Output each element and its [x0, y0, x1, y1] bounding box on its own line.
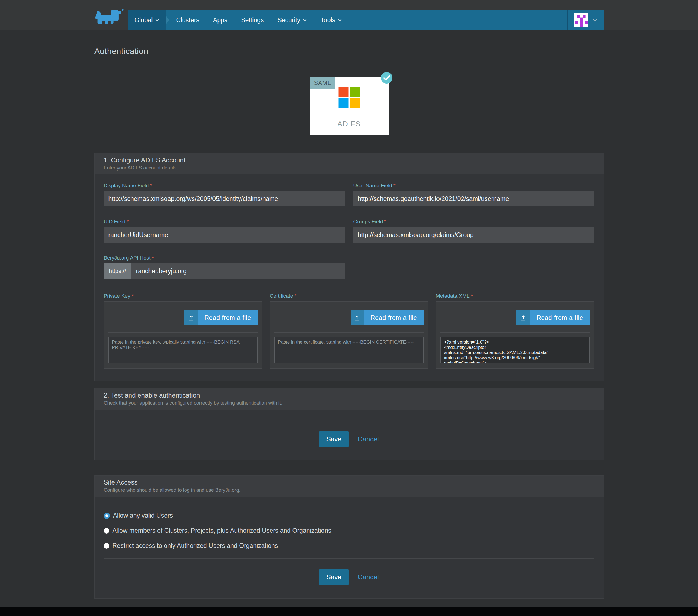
user-name-field-input[interactable] [353, 191, 595, 207]
required-marker: * [294, 293, 296, 299]
nav-item-settings[interactable]: Settings [234, 10, 270, 30]
nav-item-label: Tools [320, 16, 335, 24]
section2-subtitle: Check that your application is configure… [104, 400, 595, 406]
certificate-textarea[interactable] [274, 337, 424, 363]
nav-item-tools[interactable]: Tools [313, 10, 349, 30]
required-marker: * [384, 219, 386, 225]
nav-item-security[interactable]: Security [270, 10, 313, 30]
upload-divider [274, 332, 424, 333]
private-key-textarea[interactable] [109, 337, 258, 363]
cancel-link[interactable]: Cancel [358, 435, 379, 443]
field-api-host: BeryJu.org API Host* https:// [104, 255, 345, 279]
upload-grid: Private Key* Read from a file [104, 293, 595, 368]
nav-item-label: Apps [213, 16, 227, 24]
upload-divider [109, 332, 258, 333]
rancher-app: Global Clusters Apps Settings Security T… [0, 0, 698, 616]
chevron-down-icon [155, 19, 159, 22]
metadata-xml-box: Read from a file <?xml version="1.0"?> <… [436, 302, 594, 368]
nav-item-label: Settings [241, 16, 264, 24]
user-avatar [574, 13, 588, 27]
field-label: BeryJu.org API Host* [104, 255, 345, 261]
site-access-subtitle: Configure who should be allowed to log i… [104, 487, 595, 493]
section1-subtitle: Enter your AD FS account details [104, 165, 595, 171]
section-site-access: Site Access Configure who should be allo… [95, 475, 604, 599]
chevron-down-icon [338, 19, 342, 22]
field-label: Groups Field* [353, 219, 595, 225]
radio-unselected-icon[interactable] [104, 528, 109, 534]
certificate-column: Certificate* Read from a file [270, 293, 428, 368]
nav-item-label: Global [135, 16, 153, 24]
api-host-input-group: https:// [104, 263, 345, 279]
navbar-spacer [349, 10, 568, 30]
provider-name: AD FS [310, 120, 389, 128]
field-label: Display Name Field* [104, 183, 345, 188]
radio-label: Allow any valid Users [113, 512, 173, 519]
active-nav-arrow [166, 16, 169, 24]
section1-title: 1. Configure AD FS Account [104, 156, 595, 164]
provider-card-adfs[interactable]: SAML AD FS [310, 77, 389, 135]
radio-restrict-access[interactable]: Restrict access to only Authorized Users… [104, 542, 595, 549]
metadata-read-file-button[interactable]: Read from a file [516, 310, 589, 325]
field-label: UID Field* [104, 219, 345, 225]
section1-body: Display Name Field* User Name Field* UID… [95, 174, 603, 381]
radio-allow-any-valid-users[interactable]: Allow any valid Users [104, 512, 595, 519]
nav-item-apps[interactable]: Apps [206, 10, 234, 30]
required-marker: * [393, 183, 395, 188]
field-display-name: Display Name Field* [104, 183, 345, 207]
section2-header: 2. Test and enable authentication Check … [95, 389, 603, 409]
display-name-field-input[interactable] [104, 191, 345, 207]
private-key-read-file-button[interactable]: Read from a file [184, 310, 257, 325]
section1-header: 1. Configure AD FS Account Enter your AD… [95, 153, 603, 174]
nav-item-clusters[interactable]: Clusters [169, 10, 206, 30]
field-label: User Name Field* [353, 183, 595, 188]
certificate-read-file-button[interactable]: Read from a file [350, 310, 424, 325]
site-access-title: Site Access [104, 479, 595, 486]
field-uid: UID Field* [104, 219, 345, 242]
groups-field-input[interactable] [353, 227, 595, 242]
upload-icon [516, 310, 530, 325]
required-marker: * [127, 219, 129, 225]
chevron-down-icon [303, 19, 307, 22]
radio-unselected-icon[interactable] [104, 543, 109, 549]
save-button[interactable]: Save [319, 570, 349, 585]
nav-item-label: Security [277, 16, 300, 24]
section-test-enable: 2. Test and enable authentication Check … [95, 388, 604, 460]
section-configure-account: 1. Configure AD FS Account Enter your AD… [95, 153, 604, 381]
uid-field-input[interactable] [104, 227, 345, 242]
page-title: Authentication [95, 46, 604, 56]
nav-item-label: Clusters [176, 16, 199, 24]
saml-badge: SAML [310, 77, 335, 89]
check-circle-icon [380, 71, 393, 84]
chevron-down-icon [592, 19, 597, 22]
required-marker: * [471, 293, 473, 299]
footer: v2.5.5 English Download CLI [0, 607, 698, 616]
api-host-input[interactable] [131, 263, 345, 279]
radio-selected-icon[interactable] [104, 513, 110, 519]
section2-actions: Save Cancel [95, 409, 603, 460]
field-grid: Display Name Field* User Name Field* UID… [104, 183, 595, 242]
section2-title: 2. Test and enable authentication [104, 392, 595, 399]
nav-item-global[interactable]: Global [128, 10, 166, 30]
private-key-box: Read from a file [104, 302, 262, 368]
site-access-body: Allow any valid Users Allow members of C… [95, 496, 603, 599]
cancel-link[interactable]: Cancel [358, 573, 379, 581]
radio-label: Allow members of Clusters, Projects, plu… [113, 527, 331, 534]
metadata-xml-textarea[interactable]: <?xml version="1.0"?> <md:EntityDescript… [440, 337, 589, 363]
provider-card-row: SAML AD FS [95, 77, 604, 135]
field-label: Certificate* [270, 293, 428, 299]
field-label: Private Key* [104, 293, 262, 299]
private-key-column: Private Key* Read from a file [104, 293, 262, 368]
upload-icon [350, 310, 364, 325]
main-content: Authentication SAML AD FS [95, 46, 604, 599]
save-button[interactable]: Save [319, 432, 349, 447]
site-access-actions: Save Cancel [104, 559, 595, 592]
https-prefix-addon: https:// [104, 263, 131, 279]
user-menu[interactable] [568, 10, 604, 30]
required-marker: * [150, 183, 152, 188]
radio-allow-members[interactable]: Allow members of Clusters, Projects, plu… [104, 527, 595, 534]
field-user-name: User Name Field* [353, 183, 595, 207]
radio-label: Restrict access to only Authorized Users… [113, 542, 278, 549]
microsoft-logo-icon [338, 87, 360, 108]
main-navbar: Global Clusters Apps Settings Security T… [128, 10, 604, 30]
rancher-logo-icon [94, 7, 126, 31]
